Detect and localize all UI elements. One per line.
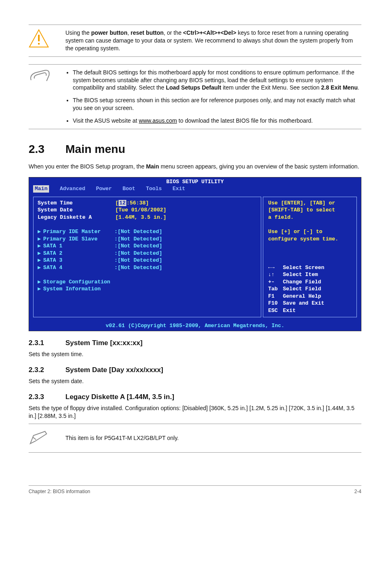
notes-block: The default BIOS settings for this mothe… — [29, 64, 361, 129]
section-heading: 2.3Main menu — [29, 141, 361, 157]
note-item: Visit the ASUS website at www.asus.com t… — [73, 117, 361, 125]
bios-footer: v02.61 (C)Copyright 1985-2009, American … — [29, 321, 361, 331]
subsection-heading: 2.3.1System Time [xx:xx:xx] — [29, 339, 361, 348]
warning-text: Using the power button, reset button, or… — [65, 29, 361, 52]
footer-left: Chapter 2: BIOS information — [29, 488, 90, 495]
bios-screenshot: BIOS SETUP UTILITY Main Advanced Power B… — [29, 177, 361, 331]
subsection-heading: 2.3.3Legacy Diskette A [1.44M, 3.5 in.] — [29, 393, 361, 402]
page-footer: Chapter 2: BIOS information 2-4 — [29, 485, 361, 495]
pencil-note-block: This item is for P5G41T-M LX2/GB/LPT onl… — [29, 424, 361, 453]
bios-tab: Boot — [123, 185, 135, 193]
pencil-note-text: This item is for P5G41T-M LX2/GB/LPT onl… — [65, 434, 179, 442]
section-intro: When you enter the BIOS Setup program, t… — [29, 163, 361, 171]
svg-line-4 — [33, 437, 36, 440]
bios-tabs: Main Advanced Power Boot Tools Exit — [29, 185, 361, 194]
subsection-body: Sets the type of floppy drive installed.… — [29, 404, 361, 420]
bios-tab-main: Main — [33, 185, 49, 193]
note-item: The default BIOS settings for this mothe… — [73, 69, 361, 92]
warning-block: Using the power button, reset button, or… — [29, 25, 361, 57]
subsection-body: Sets the system date. — [29, 377, 361, 385]
paperclip-icon — [29, 69, 65, 87]
bios-tab: Power — [96, 185, 112, 193]
notes-list: The default BIOS settings for this mothe… — [65, 69, 361, 125]
footer-right: 2-4 — [354, 488, 361, 495]
bios-tab: Advanced — [60, 185, 85, 193]
bios-main-panel: System Time[12:56:38] System Date[Tue 01… — [33, 197, 261, 317]
subsection-heading: 2.3.2System Date [Day xx/xx/xxxx] — [29, 366, 361, 375]
bios-help-panel: Use [ENTER], [TAB] or [SHIFT-TAB] to sel… — [263, 197, 357, 317]
asus-link[interactable]: www.asus.com — [139, 117, 177, 124]
bios-title: BIOS SETUP UTILITY — [29, 177, 361, 186]
bios-tab: Exit — [173, 185, 185, 193]
svg-rect-1 — [38, 35, 40, 41]
subsection-body: Sets the system time. — [29, 350, 361, 358]
svg-rect-2 — [38, 43, 40, 45]
warning-icon — [29, 29, 65, 50]
bios-tab: Tools — [146, 185, 162, 193]
pencil-icon — [29, 429, 65, 447]
note-item: The BIOS setup screens shown in this sec… — [73, 97, 361, 112]
